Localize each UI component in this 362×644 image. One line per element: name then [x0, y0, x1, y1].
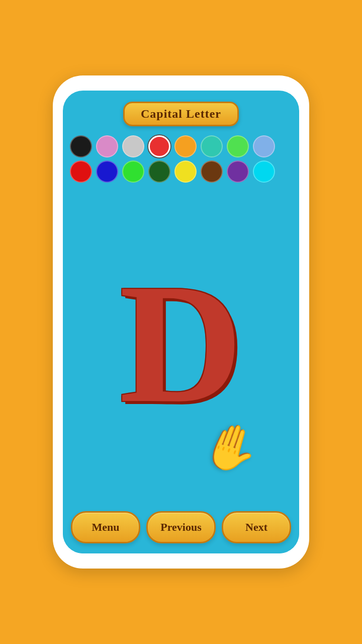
color-row-1: [70, 135, 275, 157]
color-purple[interactable]: [227, 160, 249, 183]
letter-display[interactable]: D: [119, 258, 243, 429]
color-teal[interactable]: [201, 135, 223, 157]
menu-button[interactable]: Menu: [71, 511, 140, 543]
phone-frame: Capital Letter D 🤚 Menu Previous Next: [53, 75, 309, 569]
app-title: Capital Letter: [141, 107, 221, 120]
letter-area: D 🤚: [63, 183, 299, 504]
color-bright-red[interactable]: [70, 160, 92, 183]
color-pink[interactable]: [96, 135, 118, 157]
color-black[interactable]: [70, 135, 92, 157]
color-row-2: [70, 160, 275, 183]
color-bright-green[interactable]: [122, 160, 144, 183]
color-cyan[interactable]: [253, 160, 275, 183]
color-palette: [70, 135, 275, 183]
color-dark-green[interactable]: [148, 160, 170, 183]
color-yellow[interactable]: [174, 160, 197, 183]
color-green[interactable]: [227, 135, 249, 157]
color-blue[interactable]: [96, 160, 118, 183]
color-light-gray[interactable]: [122, 135, 144, 157]
previous-button[interactable]: Previous: [146, 511, 216, 543]
title-banner: Capital Letter: [123, 102, 239, 126]
color-orange[interactable]: [174, 135, 197, 157]
color-brown[interactable]: [201, 160, 223, 183]
next-button[interactable]: Next: [222, 511, 291, 543]
bottom-nav: Menu Previous Next: [63, 504, 299, 553]
color-light-blue[interactable]: [253, 135, 275, 157]
phone-screen: Capital Letter D 🤚 Menu Previous Next: [63, 91, 299, 553]
color-red[interactable]: [148, 135, 170, 157]
